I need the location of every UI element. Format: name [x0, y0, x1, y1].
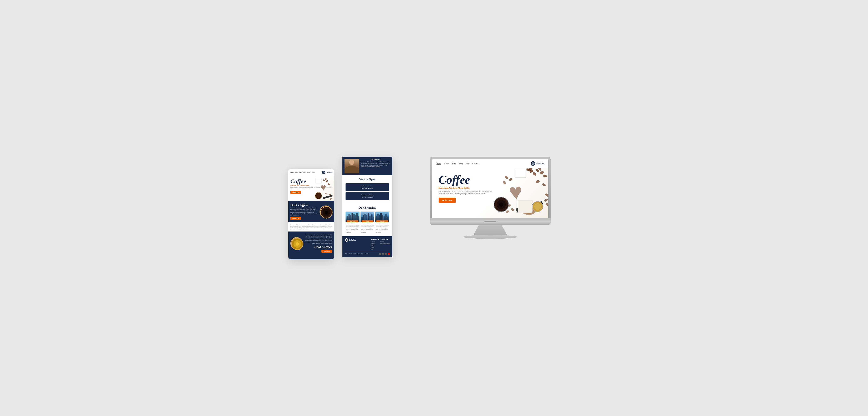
footer-info-col: Information. About us Branches Menu Cont…: [371, 238, 379, 250]
logo-name: CoffeCup: [326, 171, 332, 173]
desktop-nav-blog[interactable]: Blog: [459, 162, 463, 164]
hero-cta-button[interactable]: Order Now: [290, 191, 301, 194]
testimonial-body: Lorem ipsum dolor sit amet, consectetur …: [361, 161, 390, 168]
svg-rect-50: [516, 170, 525, 177]
opening-hours-heading: We are Open: [345, 178, 389, 181]
beans-art-svg: ♥: [314, 177, 333, 201]
monitor-frame: Home About Menu Blog Shop Contact: [430, 157, 551, 218]
footer-link-about[interactable]: About us: [371, 241, 379, 243]
branch-new-york: New York Lorem ipsum dolor sit amet, con…: [345, 212, 360, 234]
mobile-nav: Home About Menu Blog Shop Contact CoffeC…: [288, 169, 334, 176]
svg-point-2: [322, 179, 325, 181]
svg-point-78: [511, 208, 515, 212]
branch-ny-desc: Lorem ipsum dolor sit amet, consectetur …: [345, 222, 360, 234]
dark-coffee-desc: Lorem ipsum dolor sit amet, consectetur …: [290, 207, 318, 216]
footer-nav: Home About Menu Blog Shop Contact f in t…: [345, 252, 390, 255]
nav-link-blog[interactable]: Blog: [303, 172, 306, 173]
dark-coffee-cta[interactable]: Order Now: [290, 217, 301, 220]
testimonial-section: Ella Thomson Lorem ipsum dolor sit amet,…: [342, 157, 392, 175]
footer-grid: CoffeCup Information. About us Branches …: [345, 238, 390, 250]
footer-link-branches[interactable]: Branches: [371, 243, 379, 245]
footer-nav-about[interactable]: About: [349, 253, 352, 255]
desktop-nav-links: Home About Menu Blog Shop Contact: [436, 162, 531, 164]
youtube-icon[interactable]: ▶: [388, 253, 390, 255]
footer-link-email[interactable]: your_id@gmail.com: [380, 243, 390, 245]
twitter-icon[interactable]: tw: [385, 253, 387, 255]
mobile-light-section: Lorem ipsum dolor sit amet, consectetur …: [288, 222, 334, 231]
nav-link-about[interactable]: About: [295, 172, 298, 173]
instagram-icon[interactable]: in: [382, 253, 384, 255]
facebook-icon[interactable]: f: [379, 253, 381, 255]
svg-point-8: [316, 194, 320, 198]
footer-link-menu[interactable]: Menu: [371, 245, 379, 247]
svg-point-75: [544, 198, 548, 202]
branch-tx-label: Texas: [362, 220, 373, 222]
footer-nav-contact[interactable]: Contact: [365, 253, 368, 255]
desktop-hero-content: Coffee Everything You Love About Coffee …: [439, 174, 493, 203]
desktop-nav-home[interactable]: Home: [436, 162, 441, 164]
branch-ny-label: New York: [347, 220, 359, 222]
dark-coffee-cup-svg: [320, 206, 333, 219]
mobile-dark-coffee-section: Dark Coffees Lorem ipsum dolor sit amet,…: [288, 201, 334, 222]
footer-contact-heading: Contact Us.: [380, 238, 390, 240]
nav-link-shop[interactable]: Shop: [307, 172, 310, 173]
hours-weekday-time: 8:00 am- 11:30 pm: [347, 187, 388, 190]
monitor-base: [463, 235, 517, 239]
footer-link-support[interactable]: Support: [380, 241, 390, 243]
desktop-hero: Coffee Everything You Love About Coffee …: [432, 168, 548, 218]
scene: Home About Menu Blog Shop Contact CoffeC…: [288, 157, 580, 259]
footer-contact-col: Contact Us. Support your_id@gmail.com: [380, 238, 390, 250]
footer-nav-shop[interactable]: Shop: [361, 253, 363, 255]
footer-nav-home[interactable]: Home: [345, 253, 347, 255]
cold-coffee-image: [290, 237, 303, 250]
svg-point-56: [539, 171, 544, 175]
nav-link-home[interactable]: Home: [290, 172, 293, 173]
mobile-mockup: Home About Menu Blog Shop Contact CoffeC…: [288, 169, 334, 259]
branches-section: Our Branches: [342, 204, 392, 236]
svg-point-53: [532, 171, 537, 177]
hours-card-weekday: Monday - Friday 8:00 am- 11:30 pm: [345, 183, 389, 191]
dark-coffee-text: Dark Coffees Lorem ipsum dolor sit amet,…: [290, 203, 318, 220]
svg-point-62: [502, 181, 506, 185]
desktop-nav-contact[interactable]: Contact: [472, 162, 478, 164]
footer-logo: CoffeCup: [345, 238, 369, 242]
svg-point-79: [506, 210, 509, 214]
svg-point-67: [499, 202, 503, 206]
svg-point-74: [545, 193, 548, 197]
footer-link-map[interactable]: Map: [371, 248, 379, 250]
footer-social: f in tw ▶: [379, 253, 390, 255]
svg-point-63: [535, 180, 540, 184]
hours-weekend-time: 9:00 am - 10:30 pm: [347, 196, 388, 198]
desktop-hero-cta[interactable]: Order Now: [439, 198, 456, 203]
cold-coffee-cta[interactable]: Order Now: [321, 250, 332, 253]
mobile-hero: Coffee Everything You Love About Coffee …: [288, 176, 334, 201]
center-mockup: Ella Thomson Lorem ipsum dolor sit amet,…: [342, 157, 392, 257]
branch-tx-desc: Lorem ipsum dolor sit amet, consectetur …: [361, 222, 374, 234]
svg-point-58: [542, 174, 547, 178]
footer-nav-menu[interactable]: Menu: [353, 253, 356, 255]
footer-link-contact[interactable]: Contact: [371, 247, 379, 248]
svg-point-60: [504, 175, 508, 180]
svg-point-9: [324, 193, 327, 195]
hours-weekday-days: Monday - Friday: [347, 185, 388, 187]
svg-point-4: [324, 178, 327, 180]
desktop-nav-about[interactable]: About: [444, 162, 449, 164]
svg-point-3: [328, 183, 330, 186]
cold-coffee-cup-svg: [291, 238, 304, 250]
svg-text:♥: ♥: [320, 182, 326, 193]
testimonial-text: Ella Thomson Lorem ipsum dolor sit amet,…: [361, 159, 390, 173]
desktop-nav-shop[interactable]: Shop: [466, 162, 470, 164]
branch-new-jersey: New Jersy Lorem ipsum dolor sit amet, co…: [375, 212, 389, 234]
monitor-screen: Home About Menu Blog Shop Contact: [432, 159, 549, 218]
footer-brand-col: CoffeCup: [345, 238, 369, 250]
nav-link-menu[interactable]: Menu: [299, 172, 302, 173]
desktop-logo: CoffeCup: [531, 161, 544, 166]
desktop-nav-menu[interactable]: Menu: [452, 162, 456, 164]
nav-link-contact[interactable]: Contact: [311, 172, 315, 173]
hours-card-weekend: Saturday and Sunday 9:00 am - 10:30 pm: [345, 192, 389, 200]
svg-point-76: [545, 202, 548, 206]
desktop-logo-icon: [531, 161, 535, 166]
light-section-text: Lorem ipsum dolor sit amet, consectetur …: [290, 224, 332, 230]
desktop-hero-desc: Lorem ipsum dolor sit amet, consectetur …: [439, 190, 493, 195]
footer-nav-blog[interactable]: Blog: [358, 253, 360, 255]
